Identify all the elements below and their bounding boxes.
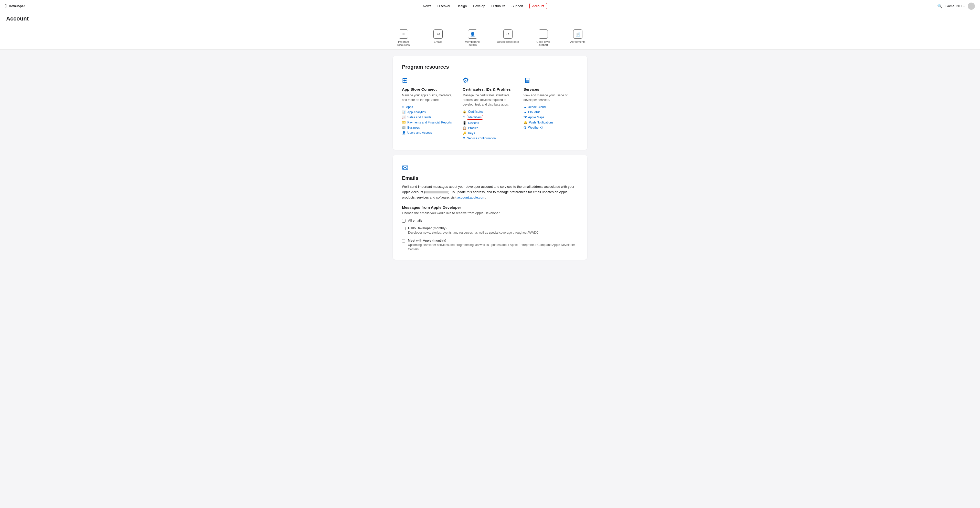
search-icon[interactable]: 🔍	[937, 3, 942, 8]
resource-link-item: 📊 App Analytics	[402, 110, 457, 114]
resource-col-icon: 🖥	[523, 76, 578, 85]
program-resources-title: Program resources	[402, 64, 578, 70]
resource-link[interactable]: App Analytics	[407, 110, 426, 114]
all-emails-checkbox-item: All emails	[402, 219, 578, 223]
email-checkboxes: All emails Hello Developer (monthly) Dev…	[402, 219, 578, 251]
email-body: We'll send important messages about your…	[402, 184, 578, 200]
email-section-icon: ✉	[402, 163, 578, 172]
resource-link[interactable]: WeatherKit	[528, 126, 543, 129]
icon-nav-item[interactable]: ↺ Device reset date	[497, 29, 519, 46]
resource-column-2: 🖥 Services View and manage your usage of…	[523, 76, 578, 142]
email-option-checkbox[interactable]	[402, 227, 406, 230]
icon-nav-item[interactable]: 📄 Agreements	[568, 29, 588, 46]
nav-right: 🔍 Game INTL	[937, 3, 975, 10]
resource-link-icon: 📊	[402, 110, 406, 114]
resource-link-icon: 👤	[402, 131, 406, 134]
email-masked	[425, 191, 448, 193]
all-emails-label[interactable]: All emails	[408, 219, 422, 222]
resource-link-icon: ⊞	[402, 105, 404, 109]
nav-link-develop[interactable]: Develop	[473, 4, 485, 8]
resource-col-title: Services	[523, 87, 578, 91]
email-option-label[interactable]: Hello Developer (monthly) Developer news…	[408, 226, 539, 235]
resource-link-icon: ⊙	[463, 115, 465, 119]
icon-nav-icon: ✉	[433, 29, 443, 39]
email-option-title: Meet with Apple (monthly)	[408, 238, 578, 242]
nav-link-design[interactable]: Design	[457, 4, 467, 8]
email-option-desc: Developer news, stories, events, and res…	[408, 230, 539, 235]
resource-link-icon: 📈	[402, 115, 406, 119]
resource-link[interactable]: Certificates	[468, 110, 484, 113]
resource-link[interactable]: Sales and Trends	[407, 115, 431, 119]
all-emails-title: All emails	[408, 219, 422, 222]
resource-link-item: 👤 Users and Access	[402, 131, 457, 134]
resource-link-icon: ⚙	[463, 137, 465, 140]
resource-link[interactable]: CloudKit	[528, 110, 540, 114]
messages-subtitle: Choose the emails you would like to rece…	[402, 211, 578, 215]
nav-link-discover[interactable]: Discover	[437, 4, 450, 8]
resource-links-list: ☁ Xcode Cloud ☁ CloudKit 🗺 Apple Maps 🔔 …	[523, 105, 578, 129]
resource-col-icon: ⊞	[402, 76, 457, 85]
resource-link-icon: 📱	[463, 121, 466, 125]
email-option-label[interactable]: Meet with Apple (monthly) Upcoming devel…	[408, 238, 578, 252]
resource-link-item: 📋 Profiles	[463, 126, 517, 130]
resource-link-item: ☁ Xcode Cloud	[523, 105, 578, 109]
icon-nav-icon	[539, 29, 548, 39]
resource-link-icon: 🌤	[523, 126, 527, 129]
resource-column-0: ⊞ App Store Connect Manage your app's bu…	[402, 76, 457, 142]
resource-link[interactable]: Business	[407, 126, 420, 129]
emails-title: Emails	[402, 175, 578, 181]
resource-links-list: ⊞ Apps 📊 App Analytics 📈 Sales and Trend…	[402, 105, 457, 134]
brand-name: Developer	[9, 4, 25, 8]
resource-col-icon: ⚙	[463, 76, 517, 85]
icon-nav-item[interactable]: 👤 Membership details	[461, 29, 484, 46]
resource-link-item: 🗺 Apple Maps	[523, 115, 578, 119]
resource-col-desc: Manage the certificates, identifiers, pr…	[463, 93, 517, 107]
resource-link-item: 🏢 Business	[402, 126, 457, 129]
resource-link[interactable]: Payments and Financial Reports	[407, 121, 452, 124]
account-apple-link[interactable]: account.apple.com	[457, 195, 485, 199]
all-emails-checkbox[interactable]	[402, 219, 406, 223]
nav-link-support[interactable]: Support	[512, 4, 523, 8]
icon-nav-label: Device reset date	[497, 40, 519, 43]
icon-nav-icon: 📄	[573, 29, 582, 39]
nav-link-news[interactable]: News	[423, 4, 431, 8]
resource-column-1: ⚙ Certificates, IDs & Profiles Manage th…	[463, 76, 517, 142]
resource-link-item: 💳 Payments and Financial Reports	[402, 121, 457, 124]
icon-nav-item[interactable]: ✉ Emails	[428, 29, 448, 46]
icon-nav-label: Program resources	[392, 40, 415, 46]
email-option-checkbox[interactable]	[402, 239, 405, 243]
account-name[interactable]: Game INTL	[945, 4, 965, 8]
icon-nav-icon: ↺	[503, 29, 512, 39]
icon-nav-item[interactable]: ≡ Program resources	[392, 29, 415, 46]
resource-link-icon: 🔔	[523, 121, 527, 124]
email-checkbox-item: Hello Developer (monthly) Developer news…	[402, 226, 578, 235]
email-end-text: .	[485, 195, 486, 199]
icon-nav-item[interactable]: Code-level support	[532, 29, 555, 46]
nav-link-account[interactable]: Account	[530, 3, 547, 9]
resource-link-icon: 🗺	[523, 115, 527, 119]
resource-link[interactable]: Devices	[468, 121, 479, 125]
resource-link[interactable]: Identifiers	[467, 115, 483, 120]
resource-link-icon: ☁	[523, 110, 527, 114]
resource-col-desc: View and manage your usage of developer …	[523, 93, 578, 102]
resource-link[interactable]: Apps	[406, 105, 413, 109]
icon-nav-label: Membership details	[461, 40, 484, 46]
resource-link[interactable]: Keys	[468, 131, 475, 135]
resource-link-item: 🌤 WeatherKit	[523, 126, 578, 129]
program-resources-card: Program resources ⊞ App Store Connect Ma…	[393, 56, 587, 150]
nav-link-distribute[interactable]: Distribute	[491, 4, 505, 8]
resource-link-item: 📱 Devices	[463, 121, 517, 125]
resource-link[interactable]: Profiles	[468, 126, 478, 130]
email-option-title: Hello Developer (monthly)	[408, 226, 539, 230]
resource-link[interactable]: Xcode Cloud	[528, 105, 546, 109]
resource-link-icon: 🏢	[402, 126, 406, 129]
resource-link-item: ☁ CloudKit	[523, 110, 578, 114]
resource-link[interactable]: Push Notifications	[529, 121, 554, 124]
icon-nav-bar: ≡ Program resources ✉ Emails 👤 Membershi…	[0, 26, 980, 50]
resource-link[interactable]: Apple Maps	[528, 115, 544, 119]
resource-col-title: Certificates, IDs & Profiles	[463, 87, 517, 91]
top-nav:  Developer NewsDiscoverDesignDevelopDis…	[0, 0, 980, 12]
page-title: Account	[6, 15, 974, 22]
resource-link[interactable]: Service configuration	[467, 137, 496, 140]
resource-link[interactable]: Users and Access	[407, 131, 432, 134]
